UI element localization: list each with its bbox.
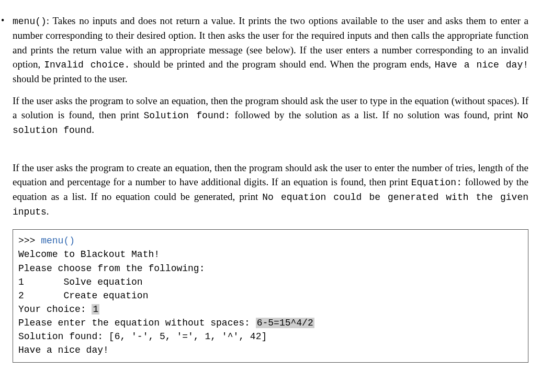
output-line: Your choice: bbox=[18, 304, 92, 315]
output-line: Please choose from the following: bbox=[18, 263, 205, 274]
output-line: Welcome to Blackout Math! bbox=[18, 249, 160, 260]
output-line: 1 Solve equation bbox=[18, 277, 143, 287]
user-input: 6-5=15^4/2 bbox=[256, 318, 314, 328]
bullet-icon: • bbox=[0, 14, 13, 27]
function-name: menu() bbox=[13, 16, 47, 27]
paragraph-3: If the user asks the program to create a… bbox=[13, 161, 528, 219]
code-inline: Equation: bbox=[411, 177, 462, 188]
text: followed by the solution as a list. If n… bbox=[230, 109, 517, 120]
paragraph-1: menu(): Takes no inputs and does not ret… bbox=[13, 14, 528, 86]
user-input: 1 bbox=[92, 304, 99, 315]
code-inline: Solution found: bbox=[143, 110, 230, 121]
repl-prompt: >>> bbox=[18, 236, 41, 246]
item-content: menu(): Takes no inputs and does not ret… bbox=[13, 14, 528, 363]
text: . bbox=[47, 206, 49, 217]
code-inline: Invalid choice. bbox=[44, 60, 130, 70]
code-inline: Have a nice day! bbox=[435, 60, 528, 70]
document-page: • menu(): Takes no inputs and does not r… bbox=[0, 0, 541, 392]
output-line: Solution found: [6, '-', 5, '=', 1, '^',… bbox=[18, 331, 267, 342]
text: should be printed and the program should… bbox=[130, 59, 434, 70]
code-block: >>> menu() Welcome to Blackout Math! Ple… bbox=[13, 229, 528, 363]
list-item: • menu(): Takes no inputs and does not r… bbox=[0, 14, 528, 363]
output-line: 2 Create equation bbox=[18, 290, 148, 301]
output-line: Have a nice day! bbox=[18, 345, 109, 355]
paragraph-2: If the user asks the program to solve an… bbox=[13, 94, 528, 138]
text: should be printed to the user. bbox=[13, 73, 128, 84]
function-call: menu() bbox=[41, 236, 75, 246]
text: . bbox=[92, 124, 94, 135]
output-line: Please enter the equation without spaces… bbox=[18, 318, 256, 328]
